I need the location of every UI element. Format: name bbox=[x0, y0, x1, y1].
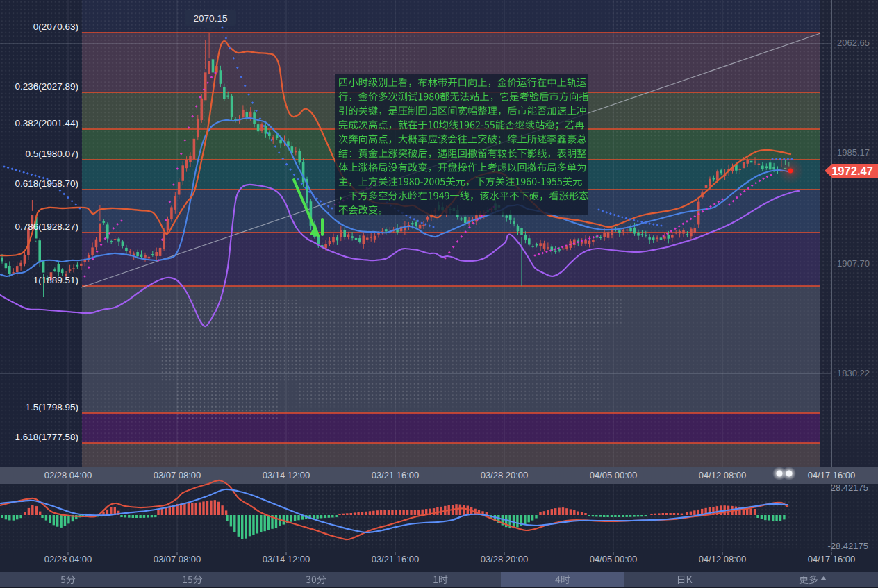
svg-text:04/05 00:00: 04/05 00:00 bbox=[590, 470, 638, 480]
svg-text:1830.22: 1830.22 bbox=[837, 368, 870, 378]
svg-text:04/12 08:00: 04/12 08:00 bbox=[699, 554, 747, 564]
svg-text:03/07 08:00: 03/07 08:00 bbox=[154, 470, 201, 480]
svg-text:2062.65: 2062.65 bbox=[837, 37, 870, 48]
svg-text:0.5(1980.07): 0.5(1980.07) bbox=[25, 149, 78, 159]
svg-text:02/28 04:00: 02/28 04:00 bbox=[44, 554, 92, 564]
svg-text:0.786(1928.27): 0.786(1928.27) bbox=[15, 221, 78, 232]
svg-text:03/07 08:00: 03/07 08:00 bbox=[154, 554, 201, 564]
svg-text:03/21 16:00: 03/21 16:00 bbox=[372, 470, 420, 480]
svg-text:1.5(1798.95): 1.5(1798.95) bbox=[25, 402, 78, 412]
svg-text:03/14 12:00: 03/14 12:00 bbox=[263, 554, 310, 564]
svg-text:1.618(1777.58): 1.618(1777.58) bbox=[15, 432, 78, 442]
svg-text:03/21 16:00: 03/21 16:00 bbox=[372, 554, 420, 564]
svg-text:04/17 16:00: 04/17 16:00 bbox=[808, 554, 856, 564]
svg-text:28.42175: 28.42175 bbox=[831, 482, 868, 493]
svg-text:02/28 04:00: 02/28 04:00 bbox=[44, 470, 92, 480]
svg-text:04/17 16:00: 04/17 16:00 bbox=[808, 470, 856, 480]
svg-text:0.382(2001.44): 0.382(2001.44) bbox=[15, 118, 78, 128]
svg-text:2070.15: 2070.15 bbox=[194, 13, 228, 24]
svg-text:03/28 20:00: 03/28 20:00 bbox=[481, 554, 529, 564]
svg-text:03/28 20:00: 03/28 20:00 bbox=[481, 470, 529, 480]
svg-text:0.618(1958.70): 0.618(1958.70) bbox=[15, 178, 78, 189]
svg-text:04/12 08:00: 04/12 08:00 bbox=[699, 470, 747, 480]
svg-text:1907.70: 1907.70 bbox=[837, 258, 870, 269]
svg-text:1972.47: 1972.47 bbox=[831, 165, 873, 177]
svg-text:1985.17: 1985.17 bbox=[837, 147, 870, 158]
svg-text:04/05 00:00: 04/05 00:00 bbox=[590, 554, 638, 564]
svg-text:1(1889.51): 1(1889.51) bbox=[33, 275, 78, 285]
svg-text:03/14 12:00: 03/14 12:00 bbox=[263, 470, 310, 480]
svg-text:0(2070.63): 0(2070.63) bbox=[33, 22, 78, 32]
svg-text:-28.42175: -28.42175 bbox=[827, 541, 868, 551]
svg-text:0.236(2027.89): 0.236(2027.89) bbox=[15, 81, 78, 92]
